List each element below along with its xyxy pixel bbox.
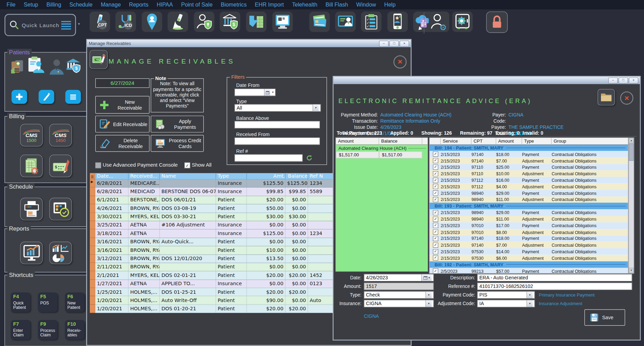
- service-line-row[interactable]: ✓2/15/202398940$11.00AdjustmentContractu…: [430, 216, 628, 222]
- row-marker[interactable]: [90, 196, 95, 204]
- row-marker[interactable]: [90, 280, 95, 288]
- shortcut-f5-button[interactable]: F5POS: [38, 292, 57, 312]
- toolbar-id-card-button[interactable]: [335, 11, 356, 32]
- line-checkbox[interactable]: ✓: [433, 210, 438, 215]
- service-line-row[interactable]: ✓2/15/202397530$6.00AdjustmentContractua…: [430, 255, 628, 261]
- menu-item-manage[interactable]: Manage: [97, 2, 125, 8]
- menu-icon[interactable]: [61, 20, 71, 31]
- payment-row[interactable]: $1,517.00$1,517.00: [336, 152, 428, 158]
- service-line-row[interactable]: ✓2/15/202397010$8.00AdjustmentContractua…: [430, 229, 628, 235]
- toolbar-lock-button[interactable]: [486, 11, 508, 33]
- checks-button[interactable]: $: [49, 155, 72, 177]
- service-line-row[interactable]: ✓2/5/202399213$57.00PaymentContractual O…: [430, 268, 628, 274]
- payment-code-select[interactable]: PIS▾: [477, 291, 535, 299]
- cms-1450-button[interactable]: CMS1450: [49, 124, 72, 147]
- calendar-dropdown-icon[interactable]: ▾: [421, 275, 432, 281]
- show-all-checkbox[interactable]: ✓: [184, 163, 190, 168]
- scroll-up-icon[interactable]: ▲: [629, 138, 634, 143]
- receivables-close-button[interactable]: ×: [394, 55, 407, 68]
- patient-person-icon[interactable]: [49, 58, 65, 76]
- balance-above-input[interactable]: [235, 121, 320, 128]
- column-header-amount[interactable]: Amount: [496, 138, 522, 145]
- menu-item-setup[interactable]: Setup: [20, 2, 42, 8]
- line-checkbox[interactable]: ✓: [433, 216, 438, 222]
- line-checkbox[interactable]: ✓: [433, 223, 438, 228]
- minimize-button[interactable]: –: [608, 77, 618, 83]
- row-marker[interactable]: [90, 188, 95, 196]
- menu-item-ehr-import[interactable]: EHR Import: [251, 2, 288, 8]
- line-checkbox[interactable]: ✓: [433, 236, 438, 241]
- column-header-cpt[interactable]: CPT: [472, 138, 496, 145]
- date-from-input[interactable]: ▾: [235, 89, 276, 96]
- restore-button[interactable]: □: [619, 77, 628, 83]
- statements-button[interactable]: ⚙$: [20, 155, 43, 177]
- line-checkbox[interactable]: ✓: [433, 152, 438, 157]
- toolbar-cpt-codes-button[interactable]: CPT: [89, 11, 110, 32]
- patient-bank-icon[interactable]: $: [65, 57, 83, 75]
- service-line-row[interactable]: ✓2/15/202397140$18.00PaymentContractual …: [430, 151, 628, 157]
- receivables-titlebar[interactable]: Manage Receivables – □ ×: [87, 40, 411, 47]
- line-checkbox[interactable]: ✓: [433, 255, 438, 261]
- toolbar-icd-codes-button[interactable]: ICD: [115, 11, 136, 32]
- cms-1500-button[interactable]: CMS1500: [20, 124, 43, 147]
- service-line-row[interactable]: ✓2/15/202397140$7.00AdjustmentContractua…: [430, 242, 628, 248]
- services-scrollbar[interactable]: ▲ ▼: [629, 137, 634, 274]
- minimize-button[interactable]: –: [379, 41, 388, 47]
- row-marker[interactable]: [90, 255, 95, 263]
- bill-group-header[interactable]: Bill: 193 - Patient: SMITH, MARY: [430, 203, 628, 209]
- line-checkbox[interactable]: ✓: [433, 177, 438, 183]
- advanced-payment-console-checkbox[interactable]: [95, 163, 101, 168]
- row-marker[interactable]: [90, 271, 95, 280]
- print-schedule-button[interactable]: [20, 198, 43, 220]
- bill-group-header[interactable]: Bill: 192 - Patient: SMITH, MARY: [430, 261, 628, 268]
- row-marker[interactable]: [90, 204, 95, 213]
- service-line-row[interactable]: ✓2/15/202397530$14.00PaymentContractual …: [430, 248, 628, 255]
- row-marker[interactable]: ▶: [90, 179, 95, 188]
- service-line-row[interactable]: ✓2/15/202398940$11.00AdjustmentContractu…: [430, 196, 628, 203]
- row-marker[interactable]: [90, 213, 95, 221]
- menu-item-help[interactable]: Help: [380, 2, 400, 8]
- line-checkbox[interactable]: ✓: [433, 268, 438, 274]
- service-line-row[interactable]: ✓2/15/202398940$29.00PaymentContractual …: [430, 190, 628, 197]
- chevron-down-icon[interactable]: ▾: [527, 300, 533, 307]
- service-line-row[interactable]: ✓2/15/202398940$29.00PaymentContractual …: [430, 209, 628, 216]
- era-close-button[interactable]: ×: [620, 91, 633, 104]
- column-header-type[interactable]: Type: [522, 138, 551, 145]
- patient-list-button[interactable]: [65, 90, 81, 104]
- service-line-row[interactable]: ✓2/15/202397010$17.00PaymentContractual …: [430, 222, 628, 229]
- current-date-field[interactable]: 6/27/2024: [95, 78, 150, 88]
- toolbar-import-claims-button[interactable]: [246, 11, 267, 32]
- service-line-row[interactable]: ✓2/15/202397140$18.00PaymentContractual …: [430, 235, 628, 242]
- row-marker[interactable]: [90, 297, 95, 305]
- quick-launch-button[interactable]: Quick Launch: [4, 14, 76, 36]
- apply-payments-button[interactable]: Apply Payments: [151, 116, 204, 133]
- chevron-down-icon[interactable]: ▾: [313, 104, 319, 111]
- line-checkbox[interactable]: ✓: [433, 171, 438, 177]
- row-marker[interactable]: [90, 288, 95, 296]
- line-checkbox[interactable]: ✓: [433, 158, 438, 164]
- era-titlebar[interactable]: – □ ×: [333, 77, 640, 84]
- era-type-select[interactable]: Check▾: [364, 291, 434, 299]
- menu-item-bill-flash[interactable]: Bill Flash: [321, 2, 352, 8]
- bill-group-header[interactable]: Bill: 194 - Patient: SMITH, MARY: [430, 144, 628, 151]
- era-amount-input[interactable]: 1517: [364, 283, 434, 290]
- amount-column-header[interactable]: Amount: [336, 138, 379, 145]
- save-button[interactable]: Save: [584, 309, 625, 326]
- process-credit-cards-button[interactable]: Process Credit Cards: [151, 135, 204, 152]
- scrollbar-thumb[interactable]: [629, 144, 634, 161]
- column-header-amt[interactable]: Amt.: [247, 173, 286, 179]
- type-select[interactable]: All ▾: [235, 104, 321, 111]
- adjustment-code-select[interactable]: IA▾: [477, 300, 535, 307]
- row-marker[interactable]: [90, 230, 95, 238]
- toolbar-bank-funds-button[interactable]: $: [220, 11, 240, 32]
- row-marker[interactable]: [90, 263, 95, 271]
- report-monitor-button[interactable]: [20, 242, 43, 264]
- add-patient-button[interactable]: [11, 90, 27, 104]
- menu-item-schedule[interactable]: Schedule: [65, 2, 97, 8]
- era-reference-input[interactable]: 410171370-1682526102: [477, 283, 632, 290]
- toolbar-location-pin-button[interactable]: [142, 11, 162, 32]
- row-marker[interactable]: [90, 305, 95, 313]
- calendar-dropdown-icon[interactable]: [264, 89, 270, 96]
- service-line-row[interactable]: ✓2/15/202397110$25.00PaymentContractual …: [430, 164, 628, 170]
- edit-patient-button[interactable]: [39, 90, 54, 104]
